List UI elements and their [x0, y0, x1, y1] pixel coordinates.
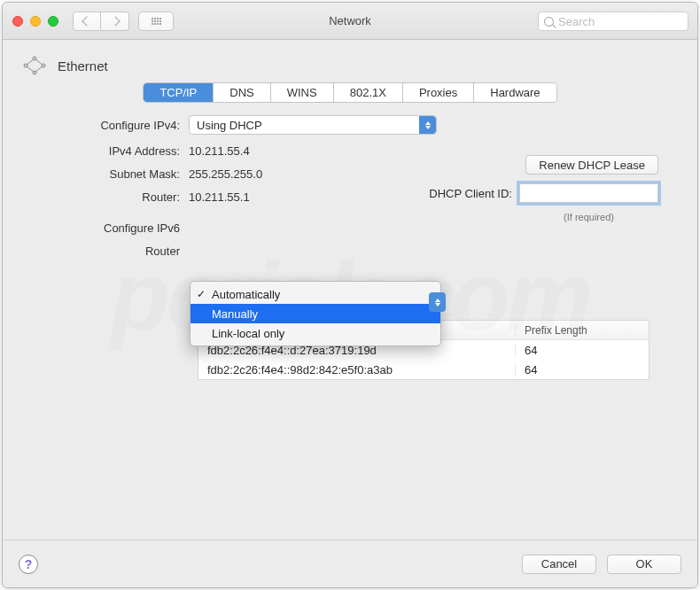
ipv6-address-cell: fdb2:2c26:f4e4::98d2:842:e5f0:a3ab [198, 363, 516, 377]
select-arrows-icon [429, 292, 446, 312]
router-v6-label: Router [38, 245, 189, 258]
menu-item-automatically[interactable]: ✓ Automatically [191, 284, 440, 304]
header-section: Ethernet [3, 40, 697, 82]
search-placeholder: Search [558, 15, 595, 28]
svg-point-0 [24, 64, 27, 67]
menu-item-label: Link-local only [212, 327, 284, 340]
subnet-mask-label: Subnet Mask: [38, 167, 189, 181]
tab-8021x[interactable]: 802.1X [334, 83, 403, 102]
configure-ipv4-value: Using DHCP [197, 119, 262, 132]
tab-hardware[interactable]: Hardware [474, 83, 556, 102]
cancel-button[interactable]: Cancel [522, 555, 596, 574]
help-button[interactable]: ? [19, 555, 38, 574]
tab-wins[interactable]: WINS [271, 83, 334, 102]
ipv4-address-value: 10.211.55.4 [189, 144, 250, 158]
titlebar: Network Search [3, 3, 697, 40]
search-icon [544, 17, 554, 27]
subnet-mask-value: 255.255.255.0 [189, 167, 262, 181]
checkmark-icon: ✓ [197, 288, 206, 300]
renew-dhcp-lease-button[interactable]: Renew DHCP Lease [525, 155, 658, 175]
chevron-left-icon [82, 16, 91, 26]
prefix-length-cell: 64 [516, 344, 649, 357]
ok-button[interactable]: OK [607, 555, 681, 574]
menu-item-manually[interactable]: Manually [191, 304, 440, 323]
tab-tcpip[interactable]: TCP/IP [144, 83, 214, 102]
tab-dns[interactable]: DNS [214, 83, 270, 102]
configure-ipv6-label: Configure IPv6 [38, 221, 189, 235]
back-button[interactable] [73, 12, 101, 31]
grid-icon [152, 18, 161, 25]
dhcp-client-id-label: DHCP Client ID: [429, 187, 512, 200]
zoom-window-button[interactable] [48, 16, 58, 27]
tab-proxies[interactable]: Proxies [403, 83, 474, 102]
minimize-window-button[interactable] [30, 16, 41, 27]
router-v6-row: Router [38, 245, 662, 258]
tabs: TCP/IP DNS WINS 802.1X Proxies Hardware [143, 82, 556, 103]
router-v4-label: Router: [38, 190, 189, 204]
network-prefs-sheet: Network Search Ethernet TCP/IP DNS WINS … [2, 2, 698, 588]
col-prefix-length[interactable]: Prefix Length [516, 324, 649, 337]
show-all-button[interactable] [138, 12, 174, 31]
nav-buttons [73, 12, 129, 31]
page-title: Ethernet [58, 58, 108, 74]
right-column: Renew DHCP Lease DHCP Client ID: (If req… [429, 155, 658, 222]
menu-item-label: Manually [212, 307, 258, 321]
svg-point-3 [33, 71, 36, 74]
configure-ipv6-menu[interactable]: ✓ Automatically Manually Link-local only [190, 281, 441, 346]
dhcp-client-id-input[interactable] [519, 183, 658, 203]
tabs-row: TCP/IP DNS WINS 802.1X Proxies Hardware [3, 82, 697, 115]
svg-point-1 [42, 64, 45, 67]
configure-ipv6-row: Configure IPv6 [38, 221, 662, 235]
chevron-right-icon [110, 16, 120, 26]
menu-item-link-local-only[interactable]: Link-local only [191, 323, 440, 343]
table-row[interactable]: fdb2:2c26:f4e4::98d2:842:e5f0:a3ab 64 [198, 360, 649, 379]
ipv4-address-label: IPv4 Address: [38, 144, 189, 158]
forward-button[interactable] [101, 12, 129, 31]
traffic-lights [3, 16, 58, 27]
configure-ipv4-label: Configure IPv4: [38, 119, 189, 132]
select-arrows-icon [419, 116, 436, 134]
ethernet-icon [22, 56, 47, 75]
configure-ipv4-select[interactable]: Using DHCP [189, 115, 437, 135]
router-v4-value: 10.211.55.1 [189, 190, 250, 204]
configure-ipv4-row: Configure IPv4: Using DHCP [38, 115, 662, 135]
search-field[interactable]: Search [538, 12, 688, 31]
svg-point-2 [33, 57, 36, 60]
close-window-button[interactable] [12, 16, 23, 27]
prefix-length-cell: 64 [516, 363, 649, 377]
dhcp-client-row: DHCP Client ID: [429, 183, 658, 203]
footer: ? Cancel OK [3, 540, 697, 587]
menu-item-label: Automatically [212, 288, 280, 301]
